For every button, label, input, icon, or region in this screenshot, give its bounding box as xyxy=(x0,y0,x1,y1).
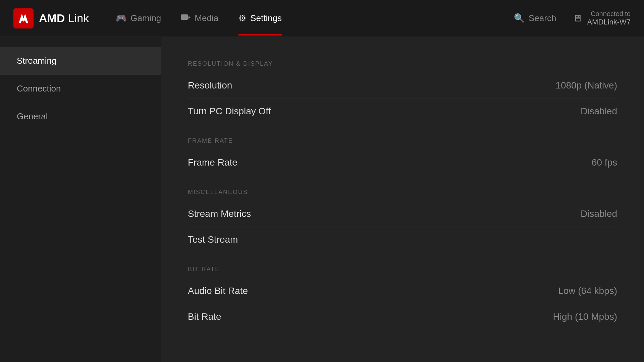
monitor-icon: 🖥 xyxy=(573,13,582,24)
logo-area: AMD Link xyxy=(13,8,89,28)
section-miscellaneous: MISCELLANEOUS Stream Metrics Disabled Te… xyxy=(188,179,617,252)
sidebar: Streaming Connection General xyxy=(0,37,161,362)
header-right: 🔍 Search 🖥 Connected to AMDLink-W7 xyxy=(514,10,631,26)
setting-row-audio-bit-rate[interactable]: Audio Bit Rate Low (64 kbps) xyxy=(188,278,617,304)
setting-row-resolution[interactable]: Resolution 1080p (Native) xyxy=(188,73,617,99)
header: AMD Link 🎮 Gaming Media ⚙ Settings 🔍 Sea… xyxy=(0,0,644,37)
sidebar-item-general[interactable]: General xyxy=(0,103,161,130)
main-layout: Streaming Connection General RESOLUTION … xyxy=(0,37,644,362)
setting-row-frame-rate[interactable]: Frame Rate 60 fps xyxy=(188,150,617,175)
section-header-miscellaneous: MISCELLANEOUS xyxy=(188,179,617,201)
amd-logo-icon xyxy=(13,8,34,28)
svg-marker-1 xyxy=(189,16,191,19)
connected-text: Connected to AMDLink-W7 xyxy=(587,10,631,26)
content-area: RESOLUTION & DISPLAY Resolution 1080p (N… xyxy=(161,37,644,362)
search-icon: 🔍 xyxy=(514,13,525,23)
main-nav: 🎮 Gaming Media ⚙ Settings xyxy=(116,10,514,26)
setting-row-turn-pc-display-off[interactable]: Turn PC Display Off Disabled xyxy=(188,99,617,124)
setting-value-bit-rate: High (10 Mpbs) xyxy=(553,311,617,322)
setting-value-stream-metrics: Disabled xyxy=(581,208,617,219)
setting-value-turn-pc-display-off: Disabled xyxy=(581,106,617,117)
setting-value-frame-rate: 60 fps xyxy=(592,157,617,168)
section-header-bit-rate: BIT RATE xyxy=(188,256,617,278)
section-resolution-display: RESOLUTION & DISPLAY Resolution 1080p (N… xyxy=(188,50,617,124)
setting-row-stream-metrics[interactable]: Stream Metrics Disabled xyxy=(188,201,617,227)
setting-label-stream-metrics: Stream Metrics xyxy=(188,208,251,219)
section-header-frame-rate: FRAME RATE xyxy=(188,127,617,150)
setting-label-turn-pc-display-off: Turn PC Display Off xyxy=(188,106,271,117)
setting-label-frame-rate: Frame Rate xyxy=(188,157,237,168)
section-frame-rate: FRAME RATE Frame Rate 60 fps xyxy=(188,127,617,175)
logo-text: AMD Link xyxy=(39,12,89,25)
nav-item-gaming[interactable]: 🎮 Gaming xyxy=(116,10,161,26)
setting-label-bit-rate: Bit Rate xyxy=(188,311,221,322)
setting-row-test-stream[interactable]: Test Stream xyxy=(188,227,617,252)
search-area[interactable]: 🔍 Search xyxy=(514,13,556,23)
sidebar-item-connection[interactable]: Connection xyxy=(0,75,161,103)
svg-rect-0 xyxy=(181,14,188,20)
sidebar-item-streaming[interactable]: Streaming xyxy=(0,47,161,75)
setting-label-audio-bit-rate: Audio Bit Rate xyxy=(188,286,248,296)
nav-item-media[interactable]: Media xyxy=(181,10,218,26)
setting-label-resolution: Resolution xyxy=(188,80,232,91)
setting-row-bit-rate[interactable]: Bit Rate High (10 Mpbs) xyxy=(188,304,617,329)
gaming-icon: 🎮 xyxy=(116,13,126,23)
setting-label-test-stream: Test Stream xyxy=(188,234,238,245)
connected-area: 🖥 Connected to AMDLink-W7 xyxy=(573,10,631,26)
settings-icon: ⚙ xyxy=(238,13,246,23)
section-header-resolution-display: RESOLUTION & DISPLAY xyxy=(188,50,617,73)
nav-item-settings[interactable]: ⚙ Settings xyxy=(238,10,282,26)
media-icon xyxy=(181,13,191,23)
section-bit-rate: BIT RATE Audio Bit Rate Low (64 kbps) Bi… xyxy=(188,256,617,329)
setting-value-resolution: 1080p (Native) xyxy=(555,80,617,91)
setting-value-audio-bit-rate: Low (64 kbps) xyxy=(558,286,617,296)
